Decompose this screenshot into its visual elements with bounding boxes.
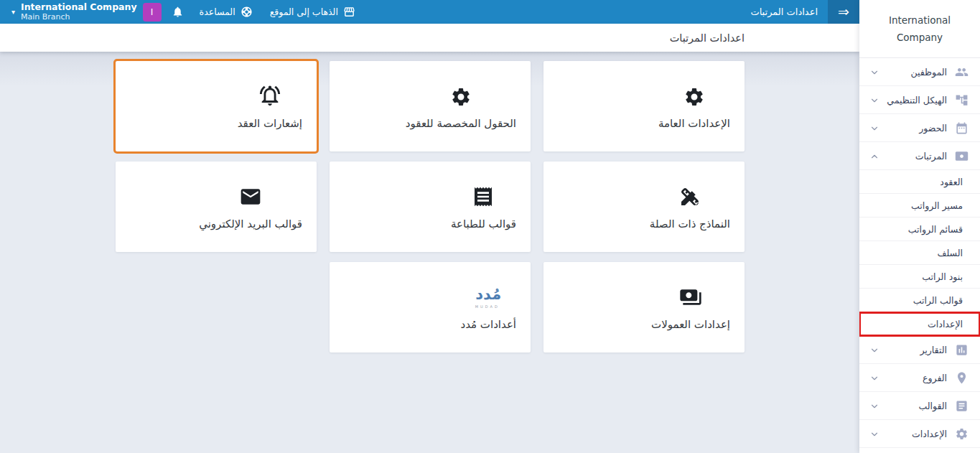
sidebar-item-employees[interactable]: الموظفين xyxy=(859,58,980,86)
subitem-label: العقود xyxy=(940,177,963,187)
content-area: الإعدادات العامة الحقول المخصصة للعقود إ… xyxy=(0,52,859,453)
gear-icon xyxy=(450,83,472,108)
card-general-settings[interactable]: الإعدادات العامة xyxy=(543,61,745,151)
subitem-label: الإعدادات xyxy=(928,319,963,330)
sidebar-item-label: التقارير xyxy=(920,345,947,355)
money-icon xyxy=(955,149,969,163)
chevron-down-icon xyxy=(869,401,879,411)
subitem-label: مسير الرواتب xyxy=(911,200,963,211)
company-selector[interactable]: International Company Main Branch ▾ xyxy=(7,1,137,22)
sidebar-subitem-salary-items[interactable]: بنود الراتب xyxy=(859,265,980,289)
email-icon xyxy=(239,184,262,208)
chevron-down-icon xyxy=(869,345,879,355)
subitem-label: السلف xyxy=(937,248,963,258)
card-label: إعدادات العمولات xyxy=(651,318,730,331)
sidebar-item-org-structure[interactable]: الهيكل التنظيمي xyxy=(859,86,980,114)
mudad-logo-latin: MUDAD xyxy=(475,304,502,309)
sidebar-subitem-salary-templates[interactable]: قوالب الراتب xyxy=(859,289,980,312)
sidebar-item-label: الإعدادات xyxy=(912,429,947,439)
card-label: أعدادات مُدد xyxy=(461,318,516,331)
chevron-down-icon xyxy=(869,429,879,439)
card-contract-custom-fields[interactable]: الحقول المخصصة للعقود xyxy=(330,61,531,151)
bell-ringing-icon xyxy=(258,83,282,108)
sidebar-item-branches[interactable]: الفروع xyxy=(859,364,980,392)
sidebar-item-label: الموظفين xyxy=(910,67,947,78)
sidebar-toggle-button[interactable]: ⇒ xyxy=(828,0,859,24)
chevron-down-icon xyxy=(869,95,879,105)
card-label: الإعدادات العامة xyxy=(658,117,730,130)
sidebar-item-attendance[interactable]: الحضور xyxy=(859,114,980,142)
card-print-templates[interactable]: قوالب للطباعة xyxy=(330,162,531,252)
go-to-site-label: الذهاب إلى الموقع xyxy=(270,6,338,17)
sidebar-subitem-settings[interactable]: الإعدادات xyxy=(859,312,980,336)
sidebar-item-templates[interactable]: القوالب xyxy=(859,392,980,420)
storefront-icon xyxy=(343,6,355,18)
sidebar-item-label: القوالب xyxy=(918,401,947,411)
mudad-logo: مُدد MUDAD xyxy=(475,284,502,309)
subitem-label: قوالب الراتب xyxy=(913,295,963,306)
card-commission-settings[interactable]: إعدادات العمولات xyxy=(543,262,745,352)
sidebar-item-label: المرتبات xyxy=(915,151,947,162)
card-label: قوالب للطباعة xyxy=(451,218,516,230)
page-title: اعدادات المرتبات xyxy=(670,32,745,44)
double-arrow-icon: ⇒ xyxy=(838,5,849,19)
settings-card-grid: الإعدادات العامة الحقول المخصصة للعقود إ… xyxy=(115,61,745,352)
card-related-forms[interactable]: النماذج ذات الصلة xyxy=(543,162,745,252)
card-contract-notifications[interactable]: إشعارات العقد xyxy=(116,61,317,151)
card-label: قوالب البريد الإلكتروني xyxy=(199,218,302,230)
card-label: إشعارات العقد xyxy=(238,117,302,130)
sidebar-subitem-advances[interactable]: السلف xyxy=(859,241,980,265)
company-name: International Company xyxy=(21,1,137,13)
notifications-bell-button[interactable] xyxy=(172,6,184,18)
sidebar-item-label: الهيكل التنظيمي xyxy=(887,95,947,106)
sidebar-subitem-contracts[interactable]: العقود xyxy=(859,170,980,194)
chevron-down-icon xyxy=(869,373,879,383)
design-tools-icon xyxy=(678,184,701,208)
sidebar-item-reports[interactable]: التقارير xyxy=(859,336,980,364)
avatar-letter: I xyxy=(151,7,154,17)
company-selector-text: International Company Main Branch xyxy=(21,1,137,22)
people-icon xyxy=(955,65,969,79)
sidebar: International Company الموظفين الهيكل ال… xyxy=(859,0,980,453)
map-pin-icon xyxy=(955,371,969,385)
help-label: المساعدة xyxy=(200,6,235,17)
chevron-up-icon xyxy=(869,151,879,161)
branch-name: Main Branch xyxy=(21,12,137,22)
sidebar-item-salaries[interactable]: المرتبات xyxy=(859,142,980,170)
help-link[interactable]: المساعدة xyxy=(200,6,253,18)
app-root: International Company الموظفين الهيكل ال… xyxy=(0,0,980,453)
sidebar-item-label: الحضور xyxy=(919,123,947,134)
calendar-icon xyxy=(955,121,969,135)
topbar-page-title: اعدادات المرتبات xyxy=(750,6,818,17)
bar-chart-icon xyxy=(955,343,969,357)
page-header: اعدادات المرتبات xyxy=(0,24,859,52)
mudad-logo-arabic: مُدد xyxy=(475,287,502,302)
sidebar-company-name: International Company xyxy=(859,0,980,58)
topbar: ⇒ اعدادات المرتبات الذهاب إلى الموقع الم… xyxy=(0,0,859,24)
go-to-site-link[interactable]: الذهاب إلى الموقع xyxy=(270,6,355,18)
chevron-down-icon xyxy=(869,67,879,77)
org-chart-icon xyxy=(955,93,969,107)
gear-icon xyxy=(683,83,705,108)
sidebar-item-settings[interactable]: الإعدادات xyxy=(859,420,980,448)
main-column: ⇒ اعدادات المرتبات الذهاب إلى الموقع الم… xyxy=(0,0,859,453)
card-mudad-settings[interactable]: مُدد MUDAD أعدادات مُدد xyxy=(330,262,531,352)
card-label: النماذج ذات الصلة xyxy=(650,218,730,230)
chevron-down-icon xyxy=(869,123,879,133)
receipt-icon xyxy=(472,184,495,208)
life-ring-icon xyxy=(241,6,253,18)
document-icon xyxy=(955,399,969,413)
subitem-label: قسائم الرواتب xyxy=(908,224,963,235)
card-email-templates[interactable]: قوالب البريد الإلكتروني xyxy=(116,162,317,252)
gear-icon xyxy=(955,427,969,441)
caret-down-icon: ▾ xyxy=(11,8,15,16)
sidebar-subitem-payslips[interactable]: قسائم الرواتب xyxy=(859,218,980,241)
user-avatar[interactable]: I xyxy=(143,3,162,22)
payments-icon xyxy=(679,284,702,309)
card-label: الحقول المخصصة للعقود xyxy=(406,117,516,130)
bell-icon xyxy=(172,6,184,18)
subitem-label: بنود الراتب xyxy=(922,271,963,282)
sidebar-subitem-payroll[interactable]: مسير الرواتب xyxy=(859,194,980,218)
sidebar-item-label: الفروع xyxy=(923,373,947,383)
